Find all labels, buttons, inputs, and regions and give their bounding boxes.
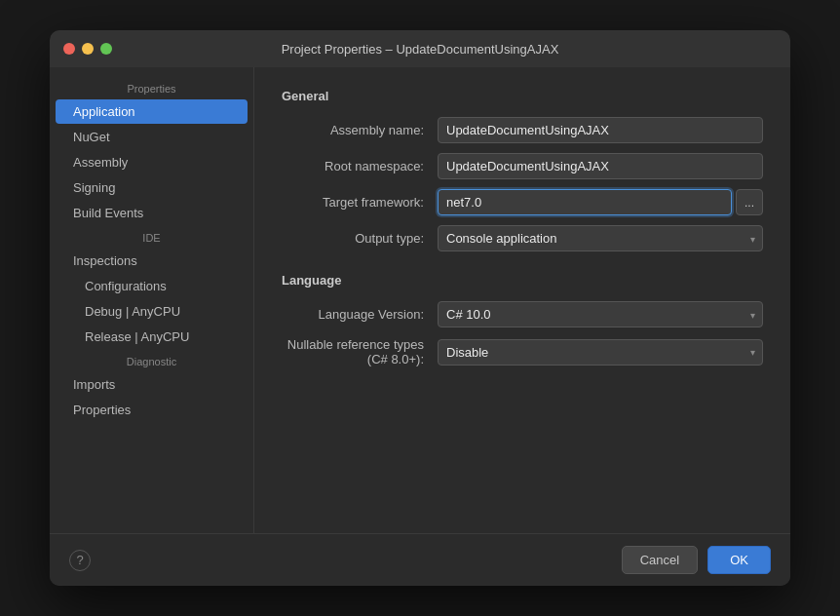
footer: ? Cancel OK bbox=[50, 533, 790, 586]
nullable-label: Nullable reference types (C# 8.0+): bbox=[282, 337, 438, 366]
sidebar-item-release-anycpu[interactable]: Release | AnyCPU bbox=[56, 325, 248, 349]
help-button[interactable]: ? bbox=[69, 550, 91, 571]
traffic-lights bbox=[63, 43, 112, 55]
assembly-name-input[interactable] bbox=[438, 117, 763, 143]
output-type-select[interactable]: Console application Windows application … bbox=[438, 225, 763, 251]
main-panel: General Assembly name: Root namespace: T… bbox=[254, 67, 790, 533]
language-section: Language Language Version: C# 10.0 C# 9.… bbox=[282, 273, 763, 366]
cancel-button[interactable]: Cancel bbox=[622, 546, 698, 574]
sidebar-item-signing[interactable]: Signing bbox=[56, 175, 248, 200]
window-title: Project Properties – UpdateDocumentUsing… bbox=[282, 42, 559, 57]
sidebar: Properties Application NuGet Assembly Si… bbox=[50, 67, 254, 533]
language-section-title: Language bbox=[282, 273, 763, 288]
target-framework-label: Target framework: bbox=[282, 195, 438, 210]
target-framework-input-group: ... bbox=[438, 189, 763, 215]
sidebar-section-diagnostic: Diagnostic bbox=[50, 350, 253, 371]
footer-left: ? bbox=[69, 550, 612, 571]
language-version-label: Language Version: bbox=[282, 307, 438, 322]
root-namespace-label: Root namespace: bbox=[282, 159, 438, 173]
browse-framework-button[interactable]: ... bbox=[736, 189, 763, 215]
sidebar-item-assembly[interactable]: Assembly bbox=[56, 150, 248, 174]
target-framework-input[interactable] bbox=[438, 189, 732, 215]
sidebar-item-application[interactable]: Application bbox=[56, 99, 248, 124]
sidebar-item-imports[interactable]: Imports bbox=[56, 372, 248, 397]
root-namespace-row: Root namespace: bbox=[282, 153, 763, 179]
sidebar-item-properties-bottom[interactable]: Properties bbox=[56, 398, 248, 422]
sidebar-section-ide: IDE bbox=[50, 226, 253, 248]
nullable-select[interactable]: Disable Enable Warnings Annotations bbox=[438, 339, 763, 366]
sidebar-item-configurations[interactable]: Configurations bbox=[56, 274, 248, 298]
assembly-name-row: Assembly name: bbox=[282, 117, 763, 143]
close-button[interactable] bbox=[63, 43, 75, 55]
project-properties-dialog: Project Properties – UpdateDocumentUsing… bbox=[50, 30, 790, 586]
sidebar-item-inspections[interactable]: Inspections bbox=[56, 249, 248, 273]
nullable-select-wrapper: Disable Enable Warnings Annotations ▾ bbox=[438, 339, 763, 366]
titlebar: Project Properties – UpdateDocumentUsing… bbox=[50, 30, 790, 67]
maximize-button[interactable] bbox=[100, 43, 112, 55]
minimize-button[interactable] bbox=[82, 43, 94, 55]
sidebar-item-nuget[interactable]: NuGet bbox=[56, 125, 248, 149]
language-version-select[interactable]: C# 10.0 C# 9.0 C# 8.0 Latest bbox=[438, 301, 763, 327]
assembly-name-label: Assembly name: bbox=[282, 123, 438, 137]
main-content: Properties Application NuGet Assembly Si… bbox=[50, 67, 790, 533]
output-type-label: Output type: bbox=[282, 231, 438, 246]
sidebar-item-debug-anycpu[interactable]: Debug | AnyCPU bbox=[56, 299, 248, 324]
language-version-row: Language Version: C# 10.0 C# 9.0 C# 8.0 … bbox=[282, 301, 763, 327]
root-namespace-input[interactable] bbox=[438, 153, 763, 179]
nullable-row: Nullable reference types (C# 8.0+): Disa… bbox=[282, 337, 763, 366]
general-section-title: General bbox=[282, 89, 763, 103]
sidebar-section-properties: Properties bbox=[50, 77, 253, 98]
output-type-select-wrapper: Console application Windows application … bbox=[438, 225, 763, 251]
output-type-row: Output type: Console application Windows… bbox=[282, 225, 763, 251]
ok-button[interactable]: OK bbox=[707, 546, 771, 574]
target-framework-row: Target framework: ... bbox=[282, 189, 763, 215]
sidebar-item-build-events[interactable]: Build Events bbox=[56, 201, 248, 225]
language-version-select-wrapper: C# 10.0 C# 9.0 C# 8.0 Latest ▾ bbox=[438, 301, 763, 327]
